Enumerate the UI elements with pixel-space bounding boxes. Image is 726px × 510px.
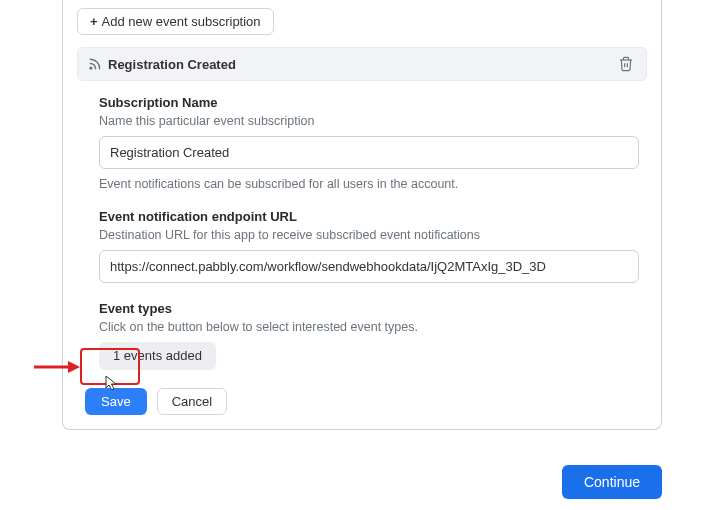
action-row: Save Cancel	[85, 388, 647, 415]
trash-icon	[618, 56, 634, 72]
event-types-help: Click on the button below to select inte…	[99, 320, 639, 334]
subscription-header: Registration Created	[77, 47, 647, 81]
event-types-label: Event types	[99, 301, 639, 316]
plus-icon: +	[90, 14, 98, 29]
cancel-button[interactable]: Cancel	[157, 388, 227, 415]
form-section: Subscription Name Name this particular e…	[77, 81, 647, 370]
event-types-block: Event types Click on the button below to…	[99, 301, 639, 370]
save-button[interactable]: Save	[85, 388, 147, 415]
subscription-name-help: Name this particular event subscription	[99, 114, 639, 128]
endpoint-url-label: Event notification endpoint URL	[99, 209, 639, 224]
subscription-name-label: Subscription Name	[99, 95, 639, 110]
subscription-name-note: Event notifications can be subscribed fo…	[99, 177, 639, 191]
event-subscription-panel: + Add new event subscription Registratio…	[62, 0, 662, 430]
subscription-name-block: Subscription Name Name this particular e…	[99, 95, 639, 191]
events-added-chip[interactable]: 1 events added	[99, 342, 216, 370]
endpoint-url-help: Destination URL for this app to receive …	[99, 228, 639, 242]
svg-point-0	[90, 67, 92, 69]
endpoint-url-input[interactable]	[99, 250, 639, 283]
subscription-header-title: Registration Created	[108, 57, 236, 72]
rss-icon	[88, 57, 102, 71]
delete-subscription-button[interactable]	[616, 54, 636, 74]
endpoint-url-block: Event notification endpoint URL Destinat…	[99, 209, 639, 283]
subscription-name-input[interactable]	[99, 136, 639, 169]
add-button-label: Add new event subscription	[102, 14, 261, 29]
continue-button[interactable]: Continue	[562, 465, 662, 499]
add-event-subscription-button[interactable]: + Add new event subscription	[77, 8, 274, 35]
